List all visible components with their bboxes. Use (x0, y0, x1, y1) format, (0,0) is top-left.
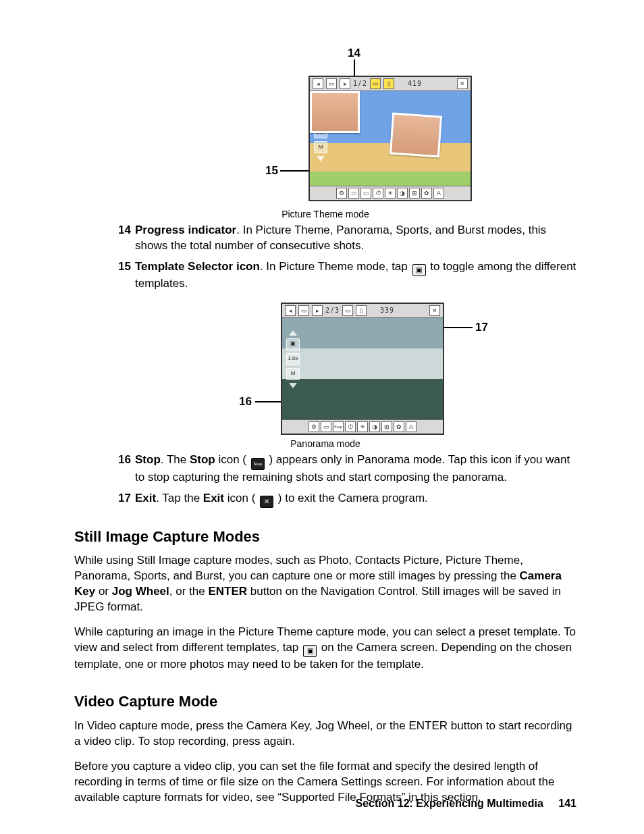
para-still-1: While using Still Image capture modes, s… (74, 553, 576, 615)
mode-small-icon: M (314, 141, 327, 153)
stop-icon: Stop (251, 458, 265, 470)
mode-icon: ▭ (298, 305, 309, 316)
zoom-label: 1.0x (286, 353, 300, 365)
next-icon: ▸ (340, 78, 350, 89)
prev-icon: ◂ (285, 305, 296, 316)
heading-video: Video Capture Mode (74, 692, 576, 712)
screen2-botbar: ⚙▭ Stop ⏱☀◑ ⊞✿A (282, 419, 443, 434)
template-selector-icon: ▣ (286, 338, 300, 350)
heading-still-image: Still Image Capture Modes (74, 527, 576, 547)
shots-remaining: 419 (408, 79, 422, 88)
shots-remaining: 339 (380, 306, 394, 315)
close-icon: ✕ (457, 78, 468, 89)
progress-icon-2: ▯ (383, 78, 394, 89)
counter-text: 1/2 (353, 79, 367, 88)
screen1-botbar: ⚙▭▭ ⏱☀◑ ⊞✿A (310, 186, 471, 200)
figure-panorama: 17 16 ◂ ▭ ▸ 2/3 ▭ ▯ 339 ✕ ▣ 1.0x M (143, 300, 508, 446)
template-selector-icon: ▣ (303, 645, 317, 657)
screen1-topbar: ◂ ▭ ▸ 1/2 ▭ ▯ 419 ✕ (310, 77, 471, 91)
counter-text: 2/3 (325, 306, 340, 315)
stop-icon: Stop (333, 421, 344, 432)
mode-icon: ▭ (326, 78, 337, 89)
progress-icon: ▭ (370, 78, 381, 89)
screen2-body: ▣ 1.0x M (282, 318, 443, 419)
figure1-caption: Picture Theme mode (167, 208, 484, 221)
close-icon: ✕ (429, 305, 440, 316)
def-16: 16 Stop. The Stop icon ( Stop ) appears … (115, 452, 576, 486)
next-icon: ▸ (312, 305, 323, 316)
figure-picture-theme: 14 15 ◂ ▭ ▸ 1/2 ▭ ▯ 419 ✕ ▣ 1.0x M (167, 47, 484, 216)
screen1-body: ▣ 1.0x M (310, 91, 471, 186)
template-selector-icon: ▣ (412, 264, 426, 276)
mode-small-icon: M (286, 368, 300, 380)
figure2-caption: Panorama mode (143, 438, 508, 450)
para-video-1: In Video capture mode, press the Camera … (74, 719, 576, 750)
footer-section: Section 12: Experiencing Multimedia (356, 798, 543, 809)
progress-icon: ▭ (342, 305, 353, 316)
progress-icon-2: ▯ (356, 305, 367, 316)
exit-icon: ✕ (260, 496, 273, 508)
footer-page: 141 (558, 798, 576, 809)
callout-17: 17 (475, 320, 488, 336)
page-footer: Section 12: Experiencing Multimedia 141 (356, 796, 576, 811)
def-15: 15 Template Selector icon. In Picture Th… (115, 259, 576, 292)
callout-15: 15 (265, 163, 278, 179)
def-17: 17 Exit. Tap the Exit icon ( ✕ ) to exit… (115, 491, 576, 508)
para-still-2: While capturing an image in the Picture … (74, 625, 576, 673)
def-14: 14 Progress indicator. In Picture Theme,… (115, 223, 576, 254)
callout-16: 16 (239, 394, 252, 410)
screen2-topbar: ◂ ▭ ▸ 2/3 ▭ ▯ 339 ✕ (282, 304, 443, 318)
prev-icon: ◂ (313, 78, 323, 89)
